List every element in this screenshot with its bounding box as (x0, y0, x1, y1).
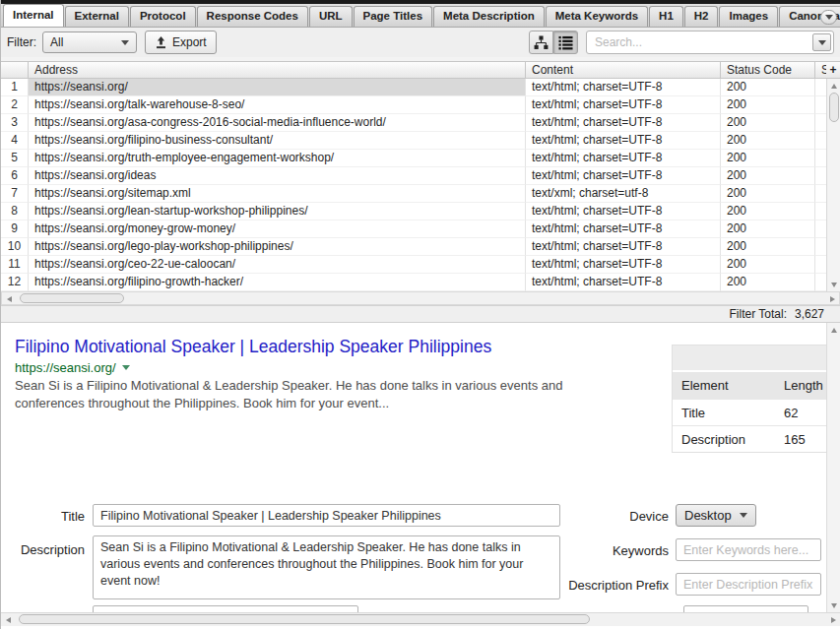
content-cell: text/html; charset=UTF-8 (526, 167, 721, 185)
keywords-field[interactable] (676, 538, 821, 561)
next-field-partial[interactable] (93, 605, 358, 612)
row-number-cell: 10 (1, 238, 29, 256)
table-vertical-scrollbar-thumb[interactable] (829, 93, 839, 122)
address-cell: https://seansi.org/ (29, 79, 526, 96)
table-row[interactable]: 9https://seansi.org/money-grow-money/tex… (1, 220, 840, 238)
element-name: Title (673, 400, 775, 425)
address-cell: https://seansi.org/lego-play-workshop-ph… (29, 238, 526, 256)
row-number-cell: 11 (1, 256, 29, 274)
table-vertical-scrollbar[interactable]: + (826, 61, 840, 291)
table-row[interactable]: 8https://seansi.org/lean-startup-worksho… (1, 203, 840, 220)
scroll-right-arrow-icon[interactable] (826, 613, 840, 627)
content-cell: text/html; charset=UTF-8 (526, 256, 721, 274)
address-cell: https://seansi.org/sitemap.xml (29, 185, 526, 203)
panel-horizontal-scrollbar-thumb[interactable] (19, 614, 590, 624)
table-row[interactable]: 4https://seansi.org/filipino-business-co… (1, 132, 840, 150)
tab-meta-description[interactable]: Meta Description (433, 6, 545, 27)
serp-preview-url[interactable]: https://seansi.org/ (15, 360, 116, 375)
description-prefix-field-label: Description Prefix (531, 578, 669, 593)
scroll-left-arrow-icon[interactable] (1, 613, 15, 627)
tab-h1[interactable]: H1 (649, 6, 683, 27)
table-horizontal-scrollbar[interactable] (1, 291, 840, 305)
status-code-column-header[interactable]: Status Code (721, 61, 815, 79)
tab-meta-keywords[interactable]: Meta Keywords (546, 6, 648, 27)
tab-h2[interactable]: H2 (684, 6, 719, 27)
address-cell: https://seansi.org/filipino-business-con… (29, 132, 526, 150)
filter-dropdown-value: All (50, 35, 121, 49)
scroll-left-arrow-icon[interactable] (2, 292, 16, 306)
table-horizontal-scrollbar-thumb[interactable] (20, 293, 124, 303)
table-body: 1https://seansi.org/text/html; charset=U… (1, 79, 840, 291)
address-cell: https://seansi.org/truth-employee-engage… (29, 150, 526, 167)
row-number-cell: 3 (1, 114, 29, 132)
table-row[interactable]: 7https://seansi.org/sitemap.xmltext/xml;… (1, 185, 840, 203)
element-name: Description (673, 426, 775, 452)
tree-view-button[interactable] (529, 31, 553, 54)
tab-url[interactable]: URL (309, 6, 353, 27)
table-row[interactable]: 12https://seansi.org/filipino-growth-hac… (1, 274, 840, 291)
tab-response-codes[interactable]: Response Codes (197, 6, 308, 27)
seo-spider-window: InternalExternalProtocolResponse CodesUR… (0, 0, 840, 629)
description-prefix-field[interactable] (676, 573, 821, 596)
element-table-blank-header (673, 346, 826, 372)
row-number-cell: 9 (1, 220, 29, 238)
status-code-cell: 200 (721, 220, 815, 238)
search-dropdown-button[interactable] (812, 33, 831, 51)
title-field-label: Title (11, 509, 85, 524)
url-table: Address Content Status Code S 1https://s… (1, 61, 840, 305)
scroll-up-arrow-icon[interactable] (827, 323, 840, 337)
status-code-cell: 200 (721, 150, 815, 167)
list-view-icon (558, 35, 573, 50)
serp-preview-title-link[interactable]: Filipino Motivational Speaker | Leadersh… (15, 337, 491, 357)
tab-internal[interactable]: Internal (3, 4, 64, 27)
serp-url-dropdown-icon[interactable] (122, 365, 130, 370)
table-row[interactable]: 5https://seansi.org/truth-employee-engag… (1, 150, 840, 167)
table-row[interactable]: 11https://seansi.org/ceo-22-ue-caloocan/… (1, 256, 840, 274)
tab-bar: InternalExternalProtocolResponse CodesUR… (1, 4, 840, 28)
tab-protocol[interactable]: Protocol (130, 6, 196, 27)
address-cell: https://seansi.org/ideas (29, 167, 526, 185)
title-field[interactable] (93, 504, 560, 527)
search-input[interactable] (586, 31, 834, 54)
table-row[interactable]: 2https://seansi.org/talk-warehouse-8-seo… (1, 96, 840, 114)
content-column-header[interactable]: Content (526, 61, 721, 79)
table-row[interactable]: 1https://seansi.org/text/html; charset=U… (1, 79, 840, 96)
scroll-down-arrow-icon[interactable] (827, 598, 840, 612)
tab-images[interactable]: Images (719, 6, 778, 27)
row-number-cell: 2 (1, 96, 29, 114)
add-column-button[interactable]: + (826, 61, 840, 79)
row-number-column-header[interactable] (1, 61, 29, 79)
scroll-up-arrow-icon[interactable] (827, 79, 840, 93)
panel-vertical-scrollbar[interactable] (826, 323, 840, 612)
description-field[interactable] (93, 535, 560, 599)
address-cell: https://seansi.org/lean-startup-workshop… (29, 203, 526, 220)
device-dropdown[interactable]: Desktop (676, 504, 756, 527)
scroll-down-arrow-icon[interactable] (827, 278, 840, 291)
export-button[interactable]: Export (145, 31, 217, 54)
tab-overflow-button[interactable] (820, 10, 837, 25)
next-field-partial[interactable] (683, 605, 808, 612)
filter-dropdown[interactable]: All (42, 31, 137, 53)
scroll-right-arrow-icon[interactable] (825, 292, 839, 306)
panel-horizontal-scrollbar[interactable] (1, 612, 840, 626)
export-button-label: Export (172, 35, 207, 49)
device-field-label: Device (550, 509, 669, 524)
tab-external[interactable]: External (65, 6, 129, 27)
tab-page-titles[interactable]: Page Titles (354, 6, 433, 27)
table-row[interactable]: 3https://seansi.org/asa-congress-2016-so… (1, 114, 840, 132)
address-column-header[interactable]: Address (29, 61, 526, 79)
content-cell: text/html; charset=UTF-8 (526, 96, 721, 114)
chevron-down-icon (818, 40, 826, 45)
list-view-button[interactable] (553, 31, 578, 54)
status-code-cell: 200 (721, 167, 815, 185)
row-number-cell: 1 (1, 79, 29, 96)
table-header-row: Address Content Status Code S (1, 61, 840, 79)
content-cell: text/html; charset=UTF-8 (526, 114, 721, 132)
element-table-header-row: Element Length (673, 372, 826, 399)
table-row[interactable]: 10https://seansi.org/lego-play-workshop-… (1, 238, 840, 256)
address-cell: https://seansi.org/talk-warehouse-8-seo/ (29, 96, 526, 114)
content-cell: text/html; charset=UTF-8 (526, 238, 721, 256)
status-code-cell: 200 (721, 256, 815, 274)
table-row[interactable]: 6https://seansi.org/ideastext/html; char… (1, 167, 840, 185)
chevron-down-icon (121, 40, 129, 45)
